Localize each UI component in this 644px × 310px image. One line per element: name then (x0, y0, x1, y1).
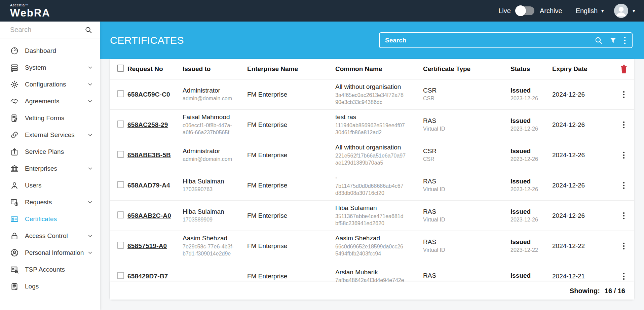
sidebar-item-label: External Services (25, 131, 75, 139)
row-checkbox[interactable] (117, 242, 124, 249)
col-request-no[interactable]: Request No (127, 65, 183, 73)
issued-to-detail: 7e29c58c-77e6-4b3f- b7d1-f309014e2d9e (183, 243, 241, 257)
enterprises-icon (10, 164, 19, 173)
row-actions-kebab-icon[interactable] (622, 212, 625, 220)
col-certificate-type[interactable]: Certificate Type (423, 65, 510, 73)
certificate-type: CSR (423, 87, 504, 95)
language-label: English (576, 7, 598, 15)
delete-trash-icon[interactable] (620, 65, 628, 73)
status-value: Issued (510, 117, 546, 125)
live-archive-toggle[interactable] (516, 6, 534, 15)
row-actions-kebab-icon[interactable] (622, 181, 625, 190)
sidebar-item-dashboard[interactable]: Dashboard (0, 42, 100, 59)
sidebar-item-system[interactable]: System (0, 59, 100, 76)
expiry-date: 2024-12-22 (552, 242, 585, 249)
sidebar-item-requests[interactable]: Requests (0, 194, 100, 211)
table-scroll-area[interactable]: Request No Issued to Enterprise Name Com… (110, 59, 634, 282)
request-no-link[interactable]: 65857519-A0 (127, 242, 167, 249)
sidebar-item-agreements[interactable]: Agreements (0, 93, 100, 110)
expiry-date: 2024-12-26 (552, 182, 585, 189)
chevron-down-icon (87, 250, 93, 256)
request-no-link[interactable]: 658AC59C-C0 (127, 91, 170, 98)
sidebar-item-configurations[interactable]: Configurations (0, 76, 100, 93)
status-value: Issued (510, 177, 546, 185)
sidebar-item-logs[interactable]: Logs (0, 278, 100, 295)
row-actions-kebab-icon[interactable] (622, 151, 625, 159)
profile-caret-icon[interactable]: ▼ (632, 8, 636, 13)
expiry-date: 2024-12-26 (552, 91, 585, 98)
enterprise-name: FM Enterprise (247, 182, 287, 189)
sidebar-search-input[interactable] (0, 22, 115, 38)
enterprise-name: FM Enterprise (247, 121, 287, 128)
sidebar-item-external-services[interactable]: External Services (0, 127, 100, 143)
vetting-forms-icon (10, 114, 19, 123)
user-silhouette-icon (614, 4, 628, 18)
brand-logo[interactable]: Ascertia™ WebRA (0, 3, 50, 18)
table-search (379, 32, 633, 48)
certificate-type: RAS (423, 177, 504, 185)
sidebar-item-personal-information[interactable]: Personal Information (0, 244, 100, 261)
language-dropdown[interactable]: English ▼ (576, 7, 605, 15)
enterprise-name: FM Enterprise (247, 273, 287, 280)
common-name: - (335, 174, 417, 182)
common-name: Aasim Shehzad (335, 234, 417, 242)
sidebar-item-label: Enterprises (25, 165, 57, 172)
sidebar-item-label: Vetting Forms (25, 114, 64, 122)
issued-to-name: Hiba Sulaiman (183, 208, 241, 216)
table-search-input[interactable] (380, 33, 594, 47)
col-enterprise-name[interactable]: Enterprise Name (247, 65, 335, 73)
col-common-name[interactable]: Common Name (335, 65, 423, 73)
row-checkbox[interactable] (117, 120, 124, 128)
row-checkbox[interactable] (117, 211, 124, 218)
col-issued-to[interactable]: Issued to (183, 65, 247, 73)
request-no-link[interactable]: 658AAB2C-A0 (127, 212, 171, 219)
row-actions-kebab-icon[interactable] (622, 242, 625, 250)
sidebar-item-tsp-accounts[interactable]: TSP Accounts (0, 261, 100, 278)
sidebar-item-label: Certificates (25, 215, 57, 223)
sidebar-item-access-control[interactable]: Access Control (0, 228, 100, 244)
filter-icon[interactable] (609, 36, 617, 44)
select-all-checkbox[interactable] (117, 65, 124, 72)
request-no-link[interactable]: 658AAD79-A4 (127, 182, 170, 189)
table-row: 658AC258-29 Faisal Mahmood c06eccf1-0f8b… (110, 110, 634, 140)
issued-to-detail: 1703590763 (183, 186, 241, 193)
avatar[interactable] (614, 4, 628, 18)
status-date: 2023-12-22 (510, 247, 546, 254)
sidebar-item-label: Requests (25, 199, 52, 206)
certificate-type: RAS (423, 238, 504, 246)
row-actions-kebab-icon[interactable] (622, 121, 625, 129)
expiry-date: 2024-12-21 (552, 273, 585, 280)
row-actions-kebab-icon[interactable] (622, 272, 625, 280)
request-no-link[interactable]: 658AC258-29 (127, 121, 168, 128)
request-no-link[interactable]: 658ABE3B-5B (127, 151, 171, 159)
search-icon[interactable] (84, 26, 92, 34)
sidebar-item-enterprises[interactable]: Enterprises (0, 160, 100, 177)
common-name-hash: 66c0d69652e18599da0cc26 5494fbfb2403fcc9… (335, 243, 417, 257)
col-expiry-date[interactable]: Expiry Date (552, 65, 614, 73)
sidebar-item-label: Agreements (25, 98, 59, 105)
sidebar-item-users[interactable]: Users (0, 177, 100, 194)
toggle-knob (515, 5, 526, 16)
sidebar-item-label: Logs (25, 283, 39, 290)
search-icon[interactable] (594, 36, 603, 45)
sidebar-item-vetting-forms[interactable]: Vetting Forms (0, 110, 100, 127)
sidebar-search (0, 22, 100, 38)
sidebar-item-service-plans[interactable]: Service Plans (0, 143, 100, 160)
kebab-menu-icon[interactable] (623, 36, 627, 45)
status-date: 2023-12-26 (510, 95, 546, 102)
row-checkbox[interactable] (117, 272, 124, 279)
row-checkbox[interactable] (117, 151, 124, 158)
issued-to-detail: admin@domain.com (183, 95, 241, 102)
row-actions-kebab-icon[interactable] (622, 91, 625, 99)
row-checkbox[interactable] (117, 90, 124, 97)
common-name: Hiba Sulaiman (335, 204, 417, 212)
system-icon (10, 63, 19, 72)
request-no-link[interactable]: 658429D7-B7 (127, 273, 168, 280)
row-checkbox[interactable] (117, 181, 124, 188)
issued-to-name: Aasim Shehzad (183, 234, 241, 242)
sidebar-item-certificates[interactable]: Certificates (0, 211, 100, 228)
top-navbar: Ascertia™ WebRA Live Archive English ▼ ▼ (0, 0, 644, 22)
expiry-date: 2024-12-26 (552, 121, 585, 128)
status-value: Issued (510, 238, 546, 246)
col-status[interactable]: Status (510, 65, 552, 73)
